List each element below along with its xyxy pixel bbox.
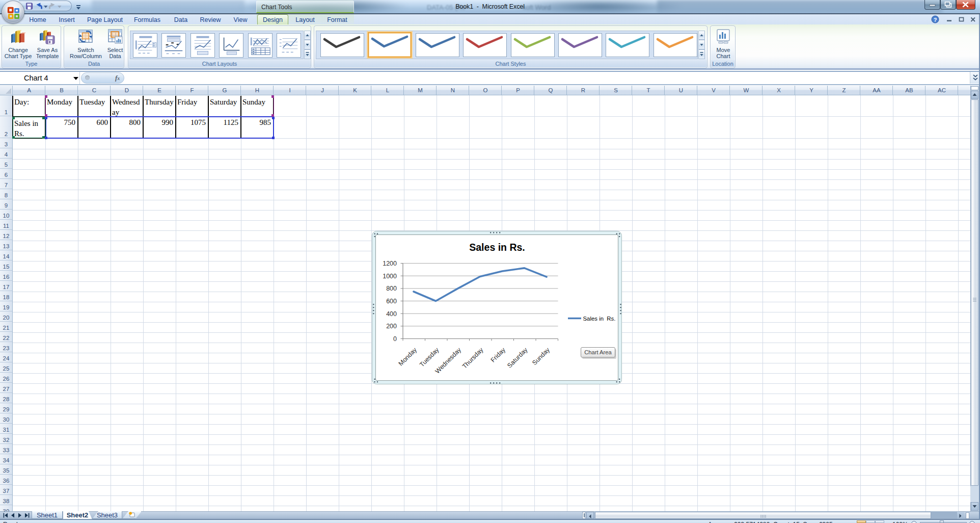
svg-text:0: 0 [393, 335, 397, 343]
svg-text:1000: 1000 [383, 273, 397, 280]
svg-text:1200: 1200 [383, 260, 397, 267]
svg-text:600: 600 [386, 298, 397, 305]
svg-text:Sales in Rs.: Sales in Rs. [583, 316, 616, 322]
svg-text:200: 200 [386, 323, 397, 330]
svg-text:?: ? [934, 17, 937, 23]
svg-text:800: 800 [386, 285, 397, 292]
svg-text:400: 400 [386, 310, 397, 318]
svg-text:Chart Area: Chart Area [584, 349, 612, 355]
svg-text:Sales in Rs.: Sales in Rs. [469, 242, 525, 253]
